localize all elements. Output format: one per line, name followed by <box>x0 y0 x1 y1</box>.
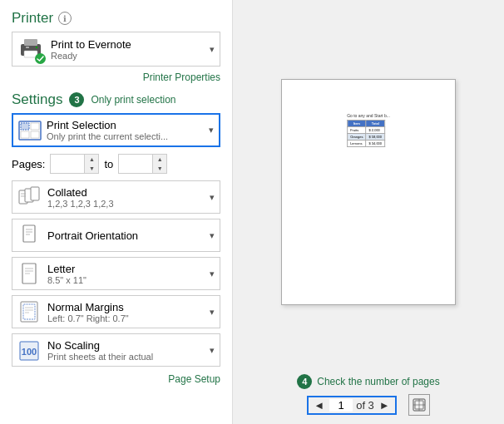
printer-icon-wrap <box>17 36 44 62</box>
preview-cell: $ 58,000 <box>366 134 385 141</box>
scaling-text: No Scaling Print sheets at their actual <box>47 339 203 362</box>
collated-text: Collated 1,2,3 1,2,3 1,2,3 <box>47 186 203 209</box>
pages-from-input-wrap: ▲ ▼ <box>50 154 99 174</box>
svg-rect-6 <box>21 123 29 130</box>
margins-icon <box>17 300 41 323</box>
preview-col-total: Total <box>366 121 385 127</box>
collated-icon <box>17 185 41 209</box>
paper-text: Letter 8.5" x 11" <box>47 263 203 285</box>
margins-sub: Left: 0.7" Right: 0.7" <box>47 313 203 323</box>
only-print-selection-link[interactable]: Only print selection <box>91 94 175 106</box>
settings-header: Settings 3 Only print selection <box>12 91 220 108</box>
printer-properties-link[interactable]: Printer Properties <box>12 71 220 83</box>
scaling-sub: Print sheets at their actual <box>47 352 203 362</box>
orientation-text: Portrait Orientation <box>47 229 203 242</box>
paper-main: Letter <box>47 263 203 275</box>
preview-table: Item Total Fruits$ 2,000Oranges$ 58,000L… <box>347 120 385 147</box>
svg-text:100: 100 <box>22 347 37 357</box>
layout-icon <box>413 398 426 412</box>
orientation-main: Portrait Orientation <box>47 229 203 242</box>
preview-page: Go to any and Start b... Item Total Frui… <box>281 79 456 305</box>
to-label: to <box>104 158 113 170</box>
pages-to-up[interactable]: ▲ <box>153 155 166 164</box>
navigation-row: ◄ of 3 ► <box>307 394 429 416</box>
right-panel: Go to any and Start b... Item Total Frui… <box>233 0 504 424</box>
pages-to-input-wrap: ▲ ▼ <box>118 154 167 174</box>
bottom-area: 4 Check the number of pages ◄ of 3 ► <box>241 374 496 416</box>
pages-label: Pages: <box>12 158 45 170</box>
margins-arrow: ▾ <box>210 307 215 318</box>
svg-rect-13 <box>31 187 39 200</box>
scaling-arrow: ▾ <box>210 345 215 356</box>
preview-cell: Lemons <box>348 141 366 147</box>
preview-col-item: Item <box>348 121 366 127</box>
pages-to-down[interactable]: ▼ <box>153 164 166 173</box>
current-page-input[interactable] <box>329 399 353 412</box>
printer-title-text: Printer <box>12 10 53 27</box>
page-navigation-box: ◄ of 3 ► <box>307 396 396 415</box>
prev-page-button[interactable]: ◄ <box>312 399 326 412</box>
svg-rect-3 <box>26 47 29 48</box>
pages-from-input[interactable] <box>51 155 84 173</box>
preview-cell: $ 34,000 <box>366 141 385 147</box>
printer-name: Print to Evernote <box>51 38 203 51</box>
svg-rect-16 <box>23 225 35 242</box>
preview-cell: $ 2,000 <box>366 127 385 134</box>
printer-section-title: Printer ℹ <box>12 10 220 27</box>
scaling-main: No Scaling <box>47 339 203 352</box>
next-page-button[interactable]: ► <box>378 399 392 412</box>
orientation-dropdown[interactable]: Portrait Orientation ▾ <box>12 219 220 252</box>
print-selection-text: Print Selection Only print the current s… <box>47 119 204 141</box>
print-selection-main: Print Selection <box>47 119 204 131</box>
printer-selector[interactable]: Print to Evernote Ready ▾ <box>12 32 220 67</box>
margins-main: Normal Margins <box>47 301 203 313</box>
layout-view-button[interactable] <box>408 394 430 416</box>
print-selection-sub: Only print the current selecti... <box>47 131 204 141</box>
printer-info: Print to Evernote Ready <box>51 38 203 61</box>
info-icon[interactable]: ℹ <box>58 12 72 25</box>
hint-text: Check the number of pages <box>317 376 439 387</box>
collated-main: Collated <box>47 186 203 199</box>
print-selection-icon <box>18 121 42 141</box>
pages-from-spinners: ▲ ▼ <box>84 155 98 173</box>
preview-area: Go to any and Start b... Item Total Frui… <box>241 10 496 374</box>
collated-dropdown[interactable]: Collated 1,2,3 1,2,3 1,2,3 ▾ <box>12 180 220 214</box>
hint-badge: 4 <box>297 374 312 389</box>
checkmark-icon <box>37 56 44 62</box>
check-pages-hint: 4 Check the number of pages <box>297 374 439 389</box>
ready-badge <box>35 53 46 64</box>
svg-rect-1 <box>24 39 37 46</box>
print-selection-dropdown[interactable]: Print Selection Only print the current s… <box>12 113 220 147</box>
left-panel: Printer ℹ Print to Evernote Ready ▾ Prin… <box>0 0 233 424</box>
pages-from-down[interactable]: ▼ <box>85 164 98 173</box>
orientation-arrow: ▾ <box>210 230 215 241</box>
preview-table-title: Go to any and Start b... <box>347 113 390 118</box>
scaling-dropdown[interactable]: 100 No Scaling Print sheets at their act… <box>12 333 220 367</box>
paper-dropdown[interactable]: Letter 8.5" x 11" ▾ <box>12 257 220 290</box>
paper-arrow: ▾ <box>210 269 215 279</box>
margins-dropdown[interactable]: Normal Margins Left: 0.7" Right: 0.7" ▾ <box>12 295 220 328</box>
pages-from-up[interactable]: ▲ <box>85 155 98 164</box>
print-selection-arrow: ▾ <box>209 125 214 136</box>
printer-status: Ready <box>51 51 203 61</box>
printer-dropdown-arrow: ▾ <box>210 44 215 55</box>
pages-to-spinners: ▲ ▼ <box>152 155 166 173</box>
margins-text: Normal Margins Left: 0.7" Right: 0.7" <box>47 301 203 323</box>
preview-cell: Oranges <box>348 134 366 141</box>
paper-sub: 8.5" x 11" <box>47 275 203 285</box>
preview-table-container: Go to any and Start b... Item Total Frui… <box>347 113 390 147</box>
settings-title: Settings <box>12 91 62 108</box>
collated-sub: 1,2,3 1,2,3 1,2,3 <box>47 199 203 209</box>
svg-rect-4 <box>36 47 37 48</box>
collated-arrow: ▾ <box>210 192 215 203</box>
scaling-icon: 100 <box>17 338 41 362</box>
pages-to-input[interactable] <box>119 155 152 173</box>
orientation-icon <box>17 224 41 247</box>
pages-row: Pages: ▲ ▼ to ▲ ▼ <box>12 154 220 174</box>
paper-icon <box>17 262 41 285</box>
of-pages-label: of 3 <box>356 399 374 412</box>
page-setup-link[interactable]: Page Setup <box>12 373 220 385</box>
settings-badge: 3 <box>69 92 84 107</box>
preview-cell: Fruits <box>348 127 366 134</box>
